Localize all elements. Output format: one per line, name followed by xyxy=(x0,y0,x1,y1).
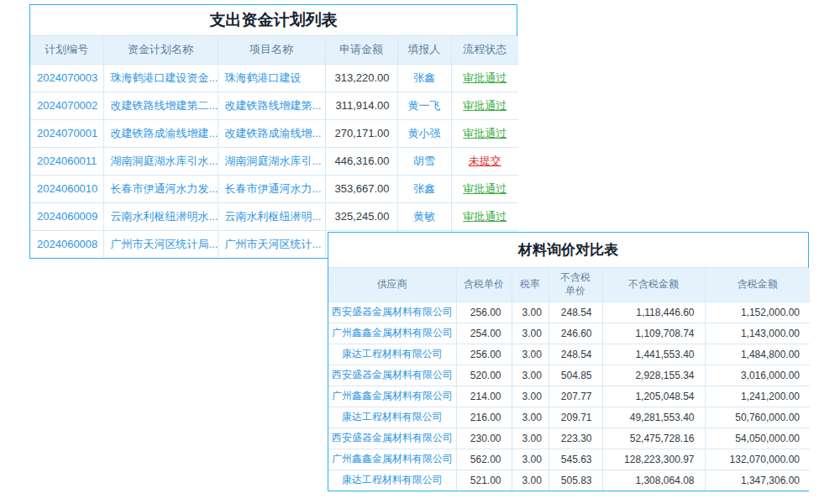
plan-table-row: 2024060010 长春市伊通河水力发... 长春市伊通河水力... 353,… xyxy=(30,175,518,202)
taxed-amount-value: 1,484,800.00 xyxy=(705,344,810,365)
plan-name-link[interactable]: 珠海鹤港口建设资金... xyxy=(103,64,218,92)
plan-id-link[interactable]: 2024070001 xyxy=(30,119,103,147)
untaxed-price-value: 248.54 xyxy=(549,344,602,365)
material-quote-table: 供应商 含税单价 税率 不含税单价 不含税金额 含税金额 西安盛器金属材料有限公… xyxy=(328,268,810,491)
plan-list-table: 计划编号 资金计划名称 项目名称 申请金额 填报人 流程状态 202407000… xyxy=(30,36,518,258)
untaxed-amount-value: 49,281,553.40 xyxy=(602,407,705,428)
plan-id-link[interactable]: 2024060008 xyxy=(30,230,103,258)
plan-name-link[interactable]: 湖南洞庭湖水库引水... xyxy=(103,147,218,175)
amount-value: 313,220.00 xyxy=(325,64,397,92)
column-header-plan-name: 资金计划名称 xyxy=(103,36,218,64)
column-header-supplier: 供应商 xyxy=(328,268,456,302)
amount-value: 353,667.00 xyxy=(325,175,397,202)
untaxed-price-value: 223.30 xyxy=(549,428,602,449)
supplier-name-link[interactable]: 西安盛器金属材料有限公司 xyxy=(328,302,456,323)
untaxed-amount-value: 1,441,553.40 xyxy=(602,344,705,365)
tax-rate-value: 3.00 xyxy=(512,428,549,449)
supplier-name-link[interactable]: 西安盛器金属材料有限公司 xyxy=(328,428,456,449)
untaxed-amount-value: 1,109,708.74 xyxy=(602,323,705,344)
taxed-price-value: 230.00 xyxy=(456,428,512,449)
taxed-amount-value: 3,016,000.00 xyxy=(705,365,810,386)
person-name: 张鑫 xyxy=(397,175,451,202)
column-header-status: 流程状态 xyxy=(451,36,518,64)
project-name-link[interactable]: 改建铁路成渝线增... xyxy=(218,119,325,147)
project-name-link[interactable]: 长春市伊通河水力... xyxy=(218,175,325,202)
column-header-taxed-price: 含税单价 xyxy=(456,268,512,302)
taxed-amount-value: 1,241,200.00 xyxy=(705,386,810,407)
plan-id-link[interactable]: 2024060010 xyxy=(30,175,103,202)
tax-rate-value: 3.00 xyxy=(512,302,549,323)
plan-table-header-row: 计划编号 资金计划名称 项目名称 申请金额 填报人 流程状态 xyxy=(30,36,518,64)
untaxed-price-value: 207.77 xyxy=(549,386,602,407)
status-link[interactable]: 审批通过 xyxy=(451,119,518,147)
plan-id-link[interactable]: 2024060011 xyxy=(30,147,103,175)
project-name-link[interactable]: 广州市天河区统计... xyxy=(218,230,325,258)
column-header-tax-rate: 税率 xyxy=(512,268,549,302)
tax-rate-value: 3.00 xyxy=(512,323,549,344)
quote-table-row: 康达工程材料有限公司 256.00 3.00 248.54 1,441,553.… xyxy=(328,344,810,365)
untaxed-price-value: 545.63 xyxy=(549,449,602,470)
taxed-amount-value: 132,070,000.00 xyxy=(705,449,810,470)
status-link[interactable]: 审批通过 xyxy=(451,175,518,202)
status-link[interactable]: 审批通过 xyxy=(451,64,518,92)
taxed-amount-value: 1,347,306.00 xyxy=(705,470,810,491)
taxed-price-value: 256.00 xyxy=(456,302,512,323)
person-name: 张鑫 xyxy=(397,64,451,92)
project-name-link[interactable]: 云南水利枢纽潜明... xyxy=(218,202,325,230)
plan-name-link[interactable]: 广州市天河区统计局... xyxy=(103,230,218,258)
supplier-name-link[interactable]: 康达工程材料有限公司 xyxy=(328,407,456,428)
tax-rate-value: 3.00 xyxy=(512,470,549,491)
untaxed-price-value: 209.71 xyxy=(549,407,602,428)
taxed-price-value: 520.00 xyxy=(456,365,512,386)
untaxed-amount-value: 2,928,155.34 xyxy=(602,365,705,386)
project-name-link[interactable]: 改建铁路线增建第... xyxy=(218,92,325,119)
amount-value: 270,171.00 xyxy=(325,119,397,147)
column-header-person: 填报人 xyxy=(397,36,451,64)
tax-rate-value: 3.00 xyxy=(512,407,549,428)
supplier-name-link[interactable]: 西安盛器金属材料有限公司 xyxy=(328,365,456,386)
untaxed-price-value: 505.83 xyxy=(549,470,602,491)
quote-table-row: 广州鑫鑫金属材料有限公司 562.00 3.00 545.63 128,223,… xyxy=(328,449,810,470)
taxed-price-value: 521.00 xyxy=(456,470,512,491)
taxed-amount-value: 50,760,000.00 xyxy=(705,407,810,428)
plan-list-card: 支出资金计划列表 计划编号 资金计划名称 项目名称 申请金额 填报人 流程状态 … xyxy=(29,4,517,259)
taxed-amount-value: 1,143,000.00 xyxy=(705,323,810,344)
untaxed-price-value: 504.85 xyxy=(549,365,602,386)
plan-id-link[interactable]: 2024070003 xyxy=(30,64,103,92)
column-header-amount: 申请金额 xyxy=(325,36,397,64)
supplier-name-link[interactable]: 广州鑫鑫金属材料有限公司 xyxy=(328,323,456,344)
untaxed-amount-value: 128,223,300.97 xyxy=(602,449,705,470)
supplier-name-link[interactable]: 康达工程材料有限公司 xyxy=(328,344,456,365)
plan-table-row: 2024060009 云南水利枢纽潜明水... 云南水利枢纽潜明... 325,… xyxy=(30,202,518,230)
untaxed-amount-value: 1,118,446.60 xyxy=(602,302,705,323)
supplier-name-link[interactable]: 广州鑫鑫金属材料有限公司 xyxy=(328,449,456,470)
plan-name-link[interactable]: 云南水利枢纽潜明水... xyxy=(103,202,218,230)
column-header-untaxed-price: 不含税单价 xyxy=(549,268,602,302)
status-link[interactable]: 审批通过 xyxy=(451,92,518,119)
tax-rate-value: 3.00 xyxy=(512,449,549,470)
status-link[interactable]: 审批通过 xyxy=(451,202,518,230)
project-name-link[interactable]: 珠海鹤港口建设 xyxy=(218,64,325,92)
taxed-amount-value: 54,050,000.00 xyxy=(705,428,810,449)
plan-name-link[interactable]: 长春市伊通河水力发... xyxy=(103,175,218,202)
untaxed-price-value: 248.54 xyxy=(549,302,602,323)
amount-value: 311,914.00 xyxy=(325,92,397,119)
plan-id-link[interactable]: 2024060009 xyxy=(30,202,103,230)
quote-table-row: 康达工程材料有限公司 521.00 3.00 505.83 1,308,064.… xyxy=(328,470,810,491)
plan-name-link[interactable]: 改建铁路线增建第二... xyxy=(103,92,218,119)
plan-id-link[interactable]: 2024070002 xyxy=(30,92,103,119)
plan-table-row: 2024070003 珠海鹤港口建设资金... 珠海鹤港口建设 313,220.… xyxy=(30,64,518,92)
column-header-taxed-amount: 含税金额 xyxy=(705,268,810,302)
plan-table-row: 2024070001 改建铁路成渝线增建... 改建铁路成渝线增... 270,… xyxy=(30,119,518,147)
taxed-price-value: 214.00 xyxy=(456,386,512,407)
project-name-link[interactable]: 湖南洞庭湖水库引... xyxy=(218,147,325,175)
status-link[interactable]: 未提交 xyxy=(451,147,518,175)
plan-name-link[interactable]: 改建铁路成渝线增建... xyxy=(103,119,218,147)
person-name: 黄敏 xyxy=(397,202,451,230)
taxed-price-value: 562.00 xyxy=(456,449,512,470)
taxed-price-value: 254.00 xyxy=(456,323,512,344)
quote-table-row: 康达工程材料有限公司 216.00 3.00 209.71 49,281,553… xyxy=(328,407,810,428)
supplier-name-link[interactable]: 广州鑫鑫金属材料有限公司 xyxy=(328,386,456,407)
untaxed-amount-value: 52,475,728.16 xyxy=(602,428,705,449)
supplier-name-link[interactable]: 康达工程材料有限公司 xyxy=(328,470,456,491)
